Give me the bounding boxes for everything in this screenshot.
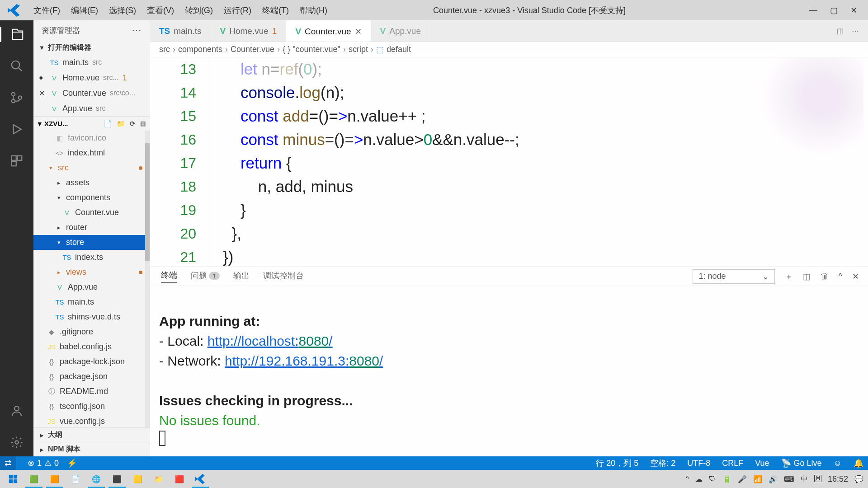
panel-tab[interactable]: 问题1 <box>191 270 220 283</box>
window-close-icon[interactable]: ✕ <box>850 5 857 15</box>
open-editors-header[interactable]: ▾打开的编辑器 <box>33 40 150 55</box>
activity-explorer-icon[interactable] <box>0 27 33 42</box>
editor-tab[interactable]: TSmain.ts <box>150 20 211 42</box>
tree-item[interactable]: ◆.gitignore <box>33 324 150 339</box>
terminal-selector[interactable]: 1: node⌄ <box>693 269 774 284</box>
tray-volume-icon[interactable]: 🔊 <box>769 475 778 483</box>
collapse-icon[interactable]: ⊟ <box>140 120 146 128</box>
status-bell-icon[interactable]: 🔔 <box>854 458 863 468</box>
taskbar-app-5[interactable]: 🟥 <box>169 470 190 488</box>
tray-security-icon[interactable]: 🛡 <box>709 475 716 483</box>
taskbar-start-icon[interactable] <box>3 470 24 488</box>
breadcrumb-item[interactable]: default <box>387 45 411 54</box>
folder-header[interactable]: ▾XZVU... 📄 📁 ⟳ ⊟ <box>33 116 150 131</box>
menu-view[interactable]: 查看(V) <box>142 5 179 16</box>
status-live-icon[interactable]: ⚡ <box>67 458 77 468</box>
breadcrumb-item[interactable]: script <box>349 45 368 54</box>
taskbar-app-4[interactable]: 🟨 <box>127 470 148 488</box>
tray-microphone-icon[interactable]: 🎤 <box>738 475 747 483</box>
split-editor-icon[interactable]: ◫ <box>837 27 844 35</box>
npm-scripts-header[interactable]: ▸NPM 脚本 <box>33 442 150 456</box>
tray-input-icon[interactable]: 🈷 <box>814 475 821 483</box>
activity-account-icon[interactable] <box>9 403 24 418</box>
close-icon[interactable]: ✕ <box>355 27 362 37</box>
activity-extensions-icon[interactable] <box>9 153 24 169</box>
window-maximize-icon[interactable]: ▢ <box>830 5 838 15</box>
tree-item[interactable]: TSmain.ts <box>33 295 150 310</box>
refresh-icon[interactable]: ⟳ <box>130 120 136 128</box>
tree-item[interactable]: {}package.json <box>33 369 150 384</box>
breadcrumb[interactable]: src›components›Counter.vue›{ } "counter.… <box>150 42 868 57</box>
outline-header[interactable]: ▸大纲 <box>33 427 150 442</box>
kill-terminal-icon[interactable]: 🗑 <box>821 272 829 281</box>
tray-expand-icon[interactable]: ^ <box>685 475 689 483</box>
window-minimize-icon[interactable]: — <box>809 5 817 15</box>
open-editor-item[interactable]: VApp.vue src <box>33 101 150 116</box>
panel-tab[interactable]: 输出 <box>233 270 250 283</box>
tree-item[interactable]: ▸router <box>33 220 150 235</box>
open-editor-item[interactable]: ✕VCounter.vue src\co... <box>33 85 150 101</box>
tray-onedrive-icon[interactable]: ☁ <box>695 475 703 483</box>
tree-item[interactable]: VApp.vue <box>33 280 150 295</box>
close-icon[interactable]: ✕ <box>39 89 45 98</box>
tree-item[interactable]: TSshims-vue.d.ts <box>33 310 150 324</box>
new-file-icon[interactable]: 📄 <box>104 120 112 128</box>
breadcrumb-item[interactable]: Counter.vue <box>231 45 274 54</box>
open-editor-item[interactable]: ●VHome.vue src... 1 <box>33 70 150 85</box>
editor-tab[interactable]: VHome.vue1 <box>211 20 287 42</box>
sidebar-scrollbar[interactable] <box>145 131 150 427</box>
sidebar-more-icon[interactable]: ⋯ <box>132 24 142 36</box>
taskbar-app-2[interactable]: 🟧 <box>44 470 65 488</box>
menu-edit[interactable]: 编辑(E) <box>66 5 104 16</box>
taskbar-folder-icon[interactable]: 📁 <box>148 470 169 488</box>
tree-item[interactable]: TSindex.ts <box>33 250 150 265</box>
editor-tab[interactable]: VCounter.vue✕ <box>286 20 371 42</box>
menu-run[interactable]: 运行(R) <box>218 5 257 16</box>
activity-search-icon[interactable] <box>9 58 24 74</box>
taskbar-chrome-icon[interactable]: 🌐 <box>86 470 107 488</box>
status-remote-icon[interactable]: ⇄ <box>0 456 16 470</box>
tree-item[interactable]: ⓘREADME.md <box>33 384 150 399</box>
new-terminal-icon[interactable]: ＋ <box>785 271 793 282</box>
editor-tab[interactable]: VApp.vue <box>371 20 430 42</box>
menu-go[interactable]: 转到(G) <box>179 5 218 16</box>
status-indent[interactable]: 空格: 2 <box>650 458 675 469</box>
activity-debug-icon[interactable] <box>9 122 24 137</box>
panel-tab[interactable]: 终端 <box>161 270 177 283</box>
tray-ime-icon[interactable]: 中 <box>801 474 808 484</box>
activity-settings-icon[interactable] <box>9 435 24 450</box>
status-errors[interactable]: ⊗ 1 ⚠ 0 <box>28 458 59 468</box>
open-editor-item[interactable]: TSmain.ts src <box>33 55 150 70</box>
tray-wifi-icon[interactable]: 📶 <box>753 475 762 483</box>
close-panel-icon[interactable]: ✕ <box>852 272 859 282</box>
menu-terminal[interactable]: 终端(T) <box>257 5 294 16</box>
breadcrumb-item[interactable]: { } "counter.vue" <box>283 45 340 54</box>
taskbar-app-3[interactable]: 📄 <box>65 470 86 488</box>
tray-notifications-icon[interactable]: 💬 <box>854 475 863 483</box>
breadcrumb-item[interactable]: src <box>159 45 170 54</box>
taskbar-app-1[interactable]: 🟩 <box>24 470 44 488</box>
status-cursor[interactable]: 行 20，列 5 <box>596 458 638 469</box>
tree-item[interactable]: JSbabel.config.js <box>33 339 150 354</box>
menu-help[interactable]: 帮助(H) <box>294 5 333 16</box>
terminal-output[interactable]: App running at:- Local: http://localhost… <box>150 286 868 456</box>
maximize-panel-icon[interactable]: ^ <box>839 272 842 281</box>
status-encoding[interactable]: UTF-8 <box>687 459 710 468</box>
tree-item[interactable]: {}package-lock.json <box>33 354 150 369</box>
activity-scm-icon[interactable] <box>9 90 24 105</box>
menu-file[interactable]: 文件(F) <box>28 5 66 16</box>
status-golive[interactable]: 📡 Go Live <box>781 458 822 468</box>
tree-item[interactable]: VCounter.vue <box>33 205 150 220</box>
tree-item[interactable]: <>index.html <box>33 145 150 160</box>
tree-item[interactable]: ◧favicon.ico <box>33 131 150 145</box>
status-eol[interactable]: CRLF <box>722 459 743 468</box>
breadcrumb-item[interactable]: components <box>178 45 222 54</box>
tree-item[interactable]: {}tsconfig.json <box>33 399 150 414</box>
taskbar-vscode-icon[interactable] <box>190 470 211 488</box>
code-editor[interactable]: 131415161718192021 let n=ref(0); console… <box>150 57 868 267</box>
tree-item[interactable]: ▸assets <box>33 175 150 190</box>
tree-item[interactable]: JSvue.config.js <box>33 414 150 427</box>
panel-tab[interactable]: 调试控制台 <box>263 270 304 283</box>
tab-more-icon[interactable]: ⋯ <box>852 27 859 35</box>
tree-item[interactable]: ▾components <box>33 190 150 205</box>
